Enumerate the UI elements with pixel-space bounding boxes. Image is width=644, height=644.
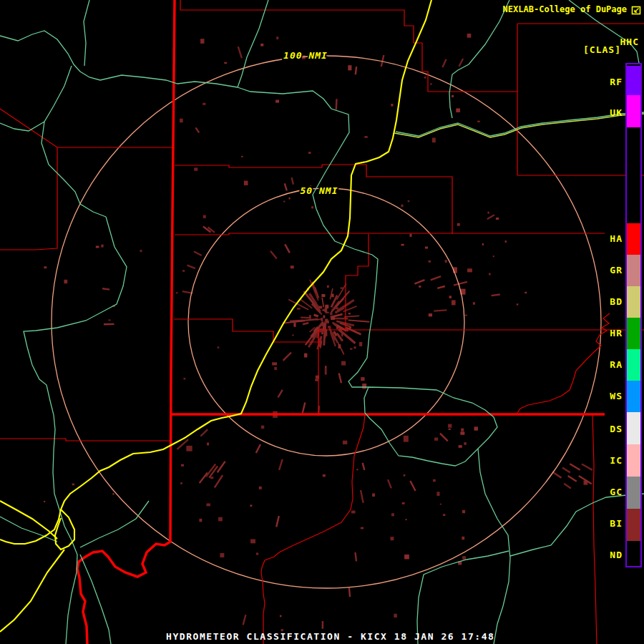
legend-seg-bd	[627, 286, 640, 318]
legend-seg-rf	[627, 66, 640, 95]
legend-seg-ra	[627, 349, 640, 381]
state-border-nevada	[77, 0, 175, 644]
legend-label-gc: GC	[580, 487, 623, 497]
legend-label-ra: RA	[580, 359, 623, 370]
range-ring-labels: 100 NMI 50 NMI	[283, 50, 338, 196]
radar-echoes	[44, 34, 592, 631]
legend-label-uk: UK	[580, 107, 623, 118]
legend-seg-ws	[627, 381, 640, 412]
legend-label-nd: ND	[580, 550, 623, 560]
legend-label-ha: HA	[580, 233, 623, 244]
radar-map: 100 NMI 50 NMI	[0, 0, 644, 644]
legend-seg-ds	[627, 412, 640, 444]
legend-label-hr: HR	[580, 328, 623, 338]
legend-seg-bi	[627, 509, 640, 541]
legend-label-ds: DS	[580, 424, 623, 434]
site-title: NEXLAB-College of DuPage	[503, 4, 627, 14]
legend-label-bi: BI	[580, 518, 623, 529]
legend-label-bd: BD	[580, 296, 623, 307]
product-mode-label: [CLAS]	[583, 44, 621, 55]
broken-image-icon	[631, 5, 642, 16]
legend-seg-uk	[627, 95, 640, 127]
legend-seg-gc	[627, 477, 640, 509]
legend-label-gr: GR	[580, 265, 623, 275]
legend-seg-hr	[627, 318, 640, 349]
legend-label-ws: WS	[580, 391, 623, 401]
product-caption: HYDROMETEOR CLASSIFICATION - KICX 18 JAN…	[166, 631, 494, 642]
legend-seg-ic	[627, 444, 640, 477]
legend-label-rf: RF	[580, 77, 623, 87]
legend-seg-ha	[627, 223, 640, 255]
legend-seg-gr	[627, 255, 640, 286]
outer-ring-label: 100 NMI	[283, 50, 328, 61]
legend-seg-nd	[627, 541, 640, 566]
radar-display: 100 NMI 50 NMI NEXLAB-College of DuPage …	[0, 0, 644, 644]
highways	[0, 0, 431, 632]
legend-label-ic: IC	[580, 455, 623, 466]
product-code-label: HHC	[620, 36, 639, 47]
legend-color-bar	[625, 63, 642, 567]
interstate-15	[0, 0, 431, 544]
inner-ring-label: 50 NMI	[301, 185, 338, 196]
